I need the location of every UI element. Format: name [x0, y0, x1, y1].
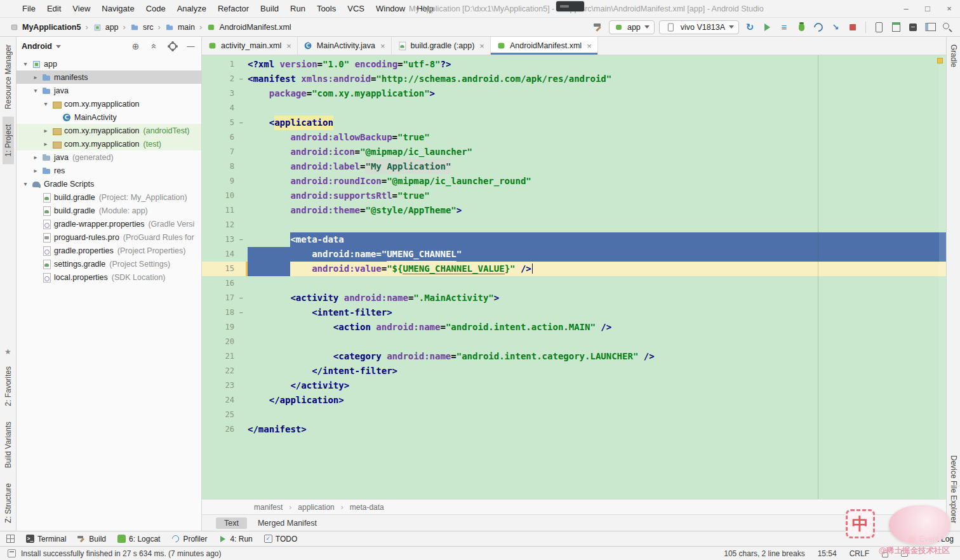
code-line-content[interactable]: <activity android:name=".MainActivity">	[248, 291, 946, 305]
tree-item-settings-gradle-project-settings[interactable]: settings.gradle(Project Settings)	[17, 257, 201, 270]
build-hammer-icon[interactable]	[592, 21, 604, 34]
tab-activity-main-xml[interactable]: activity_main.xml×	[202, 37, 298, 55]
tab-androidmanifest-xml[interactable]: AndroidManifest.xml×	[491, 37, 598, 55]
breadcrumb-main[interactable]: main	[163, 22, 197, 33]
code-line-13[interactable]: 13− <meta-data	[202, 232, 946, 247]
fold-marker-icon[interactable]: −	[237, 232, 244, 247]
code-line-content[interactable]: android:allowBackup="true"	[248, 130, 946, 145]
stripe-2-favorites[interactable]: 2: Favorites	[3, 359, 14, 414]
code-line-content[interactable]: android:roundIcon="@mipmap/ic_launcher_r…	[248, 174, 946, 189]
xml-breadcrumb-application[interactable]: application	[295, 502, 337, 512]
close-icon[interactable]: ×	[479, 41, 484, 51]
project-view-selector[interactable]: Android	[22, 42, 52, 51]
code-line-content[interactable]: <manifest xmlns:android="http://schemas.…	[248, 72, 946, 86]
tool-window-switcher-icon[interactable]	[6, 535, 15, 543]
code-line-4[interactable]: 4	[202, 101, 946, 116]
tree-item-java[interactable]: ▾java	[17, 84, 201, 97]
tree-item-res[interactable]: ▸res	[17, 164, 201, 177]
code-line-content[interactable]: android:label="My Application"	[248, 159, 946, 174]
code-line-content[interactable]: <category android:name="android.intent.c…	[248, 349, 946, 364]
code-line-content[interactable]	[248, 408, 946, 422]
code-line-22[interactable]: 22 </intent-filter>	[202, 364, 946, 378]
tree-item-java-generated[interactable]: ▸java(generated)	[17, 150, 201, 164]
code-line-content[interactable]: </application>	[248, 393, 946, 408]
search-icon[interactable]	[941, 21, 954, 34]
code-line-24[interactable]: 24 </application>	[202, 393, 946, 408]
breadcrumb-app[interactable]: app	[91, 22, 121, 33]
toolwindow-terminal[interactable]: Terminal	[26, 535, 66, 543]
expand-arrow-icon[interactable]: ▾	[22, 180, 29, 187]
menu-edit[interactable]: Edit	[41, 0, 67, 18]
event-log-button[interactable]: Event Log	[908, 535, 954, 543]
run-icon[interactable]	[761, 21, 773, 34]
fold-marker-icon[interactable]: −	[237, 72, 244, 86]
fold-marker-icon[interactable]: −	[237, 305, 244, 320]
menu-window[interactable]: Window	[370, 0, 411, 18]
fold-marker-icon[interactable]: −	[237, 116, 244, 130]
tree-item-gradle-properties-project-properties[interactable]: gradle.properties(Project Properties)	[17, 244, 201, 257]
debug-icon[interactable]	[795, 21, 808, 34]
expand-arrow-icon[interactable]: ▸	[42, 127, 50, 134]
toolwindow-4-run[interactable]: 4: Run	[218, 535, 252, 543]
highlighting-level-icon[interactable]	[901, 550, 908, 557]
tree-item-build-gradle-module-app[interactable]: build.gradle(Module: app)	[17, 204, 201, 217]
sync-icon[interactable]	[743, 21, 756, 34]
profiler-icon[interactable]	[812, 21, 825, 34]
code-line-9[interactable]: 9 android:roundIcon="@mipmap/ic_launcher…	[202, 174, 946, 189]
code-line-content[interactable]: <meta-data	[248, 232, 946, 247]
tree-item-mainactivity[interactable]: MainActivity	[17, 110, 201, 124]
tab-text[interactable]: Text	[216, 517, 247, 529]
menu-vcs[interactable]: VCS	[342, 0, 370, 18]
menu-refactor[interactable]: Refactor	[212, 0, 255, 18]
inspection-status-icon[interactable]	[937, 58, 943, 63]
expand-arrow-icon[interactable]: ▾	[42, 100, 50, 107]
avd-manager-icon[interactable]	[872, 21, 885, 34]
attach-debugger-icon[interactable]	[829, 21, 842, 34]
expand-arrow-icon[interactable]: ▸	[32, 167, 39, 174]
readonly-lock-icon[interactable]	[882, 552, 888, 557]
toolwindow-6-logcat[interactable]: 6: Logcat	[117, 535, 160, 543]
gear-icon[interactable]	[167, 41, 178, 52]
code-line-8[interactable]: 8 android:label="My Application"	[202, 159, 946, 174]
code-line-20[interactable]: 20	[202, 335, 946, 349]
tab-merged-manifest[interactable]: Merged Manifest	[250, 517, 325, 529]
code-line-21[interactable]: 21 <category android:name="android.inten…	[202, 349, 946, 364]
fold-marker-icon[interactable]: −	[237, 291, 244, 305]
menu-run[interactable]: Run	[284, 0, 311, 18]
close-button[interactable]: ×	[938, 0, 960, 18]
tree-item-com-xy-myapplication-androidtest[interactable]: ▸com.xy.myapplication(androidTest)	[17, 124, 201, 137]
code-line-1[interactable]: 1<?xml version="1.0" encoding="utf-8"?>	[202, 57, 946, 72]
code-line-2[interactable]: 2−<manifest xmlns:android="http://schema…	[202, 72, 946, 86]
expand-arrow-icon[interactable]: ▸	[32, 74, 39, 81]
menu-code[interactable]: Code	[140, 0, 171, 18]
editor-scrollbar[interactable]	[939, 55, 946, 499]
code-line-content[interactable]: </manifest>	[248, 422, 946, 437]
stripe-gradle[interactable]: Gradle	[948, 37, 959, 75]
code-line-content[interactable]: package="com.xy.myapplication">	[248, 86, 946, 101]
expand-arrow-icon[interactable]: ▾	[22, 60, 29, 67]
stripe-1-project[interactable]: 1: Project	[3, 117, 14, 164]
stripe-device-file-explorer[interactable]: Device File Explorer	[948, 448, 959, 531]
collapse-all-icon[interactable]	[149, 41, 159, 52]
xml-breadcrumb-meta-data[interactable]: meta-data	[347, 502, 387, 512]
code-line-content[interactable]: android:value="${UMENG_CHANNEL_VALUE}" /…	[248, 262, 946, 276]
toolwindow-todo[interactable]: TODO	[264, 535, 297, 543]
line-ending-selector[interactable]: CRLF	[850, 549, 869, 558]
menu-navigate[interactable]: Navigate	[96, 0, 140, 18]
breadcrumb-src[interactable]: src	[128, 22, 156, 33]
stripe-build-variants[interactable]: Build Variants	[3, 414, 14, 476]
stripe-z-structure[interactable]: Z: Structure	[3, 476, 14, 531]
device-dropdown[interactable]: vivo V1813A	[659, 20, 739, 34]
code-line-content[interactable]: <?xml version="1.0" encoding="utf-8"?>	[248, 57, 946, 72]
tree-item-local-properties-sdk-location[interactable]: local.properties(SDK Location)	[17, 270, 201, 284]
close-icon[interactable]: ×	[587, 41, 592, 51]
minimize-button[interactable]: –	[895, 0, 917, 18]
tree-item-gradle-wrapper-properties-gradle-versi[interactable]: gradle-wrapper.properties(Gradle Versi	[17, 217, 201, 230]
layout-inspector-icon[interactable]	[924, 21, 937, 34]
code-line-content[interactable]: <application	[248, 116, 946, 130]
code-line-content[interactable]: <action android:name="android.intent.act…	[248, 320, 946, 335]
code-line-content[interactable]	[248, 335, 946, 349]
code-line-19[interactable]: 19 <action android:name="android.intent.…	[202, 320, 946, 335]
tree-item-proguard-rules-pro-proguard-rules-for[interactable]: proguard-rules.pro(ProGuard Rules for	[17, 230, 201, 244]
logcat-icon[interactable]	[907, 21, 919, 34]
